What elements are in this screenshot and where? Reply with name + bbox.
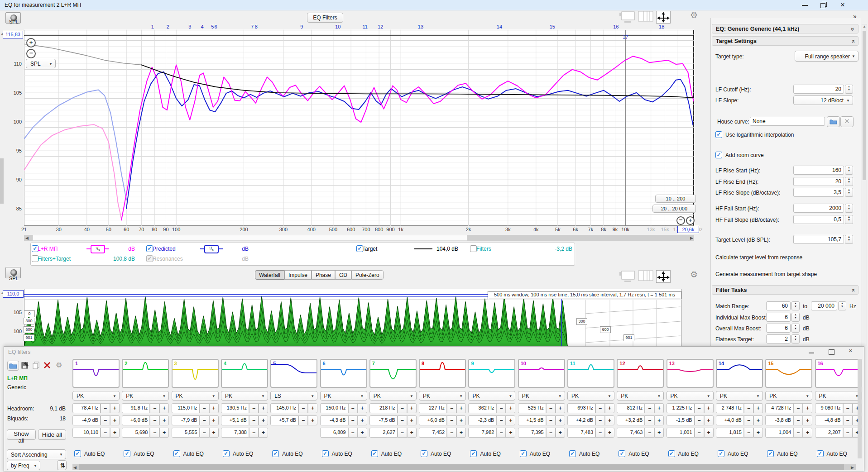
filter-7-gain-value[interactable]: -7,5 dB xyxy=(369,415,398,425)
target-settings-header[interactable]: Target Settings » xyxy=(712,36,858,46)
target-level-input[interactable]: 105,7 xyxy=(793,235,844,244)
decrement-button[interactable]: − xyxy=(496,428,506,438)
filter-3-gain-value[interactable]: -7,9 dB xyxy=(172,415,200,425)
filter-5-auto-eq-checkbox[interactable]: ✓ xyxy=(272,450,279,457)
ts-row-spinner[interactable]: ▲▼ xyxy=(845,166,853,175)
filter-10-frequency-value[interactable]: 525 Hz xyxy=(518,403,546,413)
decrement-button[interactable]: − xyxy=(200,403,209,413)
target-level-spinner[interactable]: ▲▼ xyxy=(845,235,853,244)
zoom-out-x-icon[interactable]: − xyxy=(676,216,685,225)
decrement-button[interactable]: − xyxy=(744,428,753,438)
filter-16-type-select[interactable]: PK▼ xyxy=(815,391,862,400)
increment-button[interactable]: + xyxy=(803,403,812,413)
increment-button[interactable]: + xyxy=(308,415,317,425)
increment-button[interactable]: + xyxy=(259,415,268,425)
filter-1-auto-eq-checkbox[interactable]: ✓ xyxy=(74,450,81,457)
increment-button[interactable]: + xyxy=(159,403,169,413)
filter-8-thumbnail[interactable]: 8 xyxy=(419,359,466,388)
filter-12-frequency-value[interactable]: 812 Hz xyxy=(617,403,645,413)
filter-6-gain-value[interactable]: -4,3 dB xyxy=(320,415,348,425)
increment-button[interactable]: + xyxy=(803,428,812,438)
filter-5-gain-value[interactable]: +5,7 dB xyxy=(270,415,298,425)
filter-13-gain-value[interactable]: -1,5 dB xyxy=(667,415,695,425)
ts-row-input[interactable]: 20 xyxy=(793,177,844,186)
filter-13-auto-eq-checkbox[interactable]: ✓ xyxy=(668,450,675,457)
tab-impulse[interactable]: Impulse xyxy=(284,270,312,280)
filter-9-auto-eq-checkbox[interactable]: ✓ xyxy=(470,450,477,457)
legend-checkbox-filters[interactable] xyxy=(470,245,477,252)
decrement-button[interactable]: − xyxy=(101,415,110,425)
filter-5-thumbnail[interactable]: 5 xyxy=(270,359,317,388)
ft-row-input[interactable]: 6 xyxy=(766,324,791,333)
ts-row-input[interactable]: 3,5 xyxy=(793,188,844,197)
close-button[interactable]: × xyxy=(835,0,850,10)
scroll-right-icon[interactable]: ▶ xyxy=(851,465,854,470)
increment-button[interactable]: + xyxy=(654,415,664,425)
decrement-button[interactable]: − xyxy=(249,403,259,413)
filter-15-type-select[interactable]: PK▼ xyxy=(765,391,812,400)
copy-filters-icon[interactable] xyxy=(33,362,40,369)
decrement-button[interactable]: − xyxy=(645,403,654,413)
filter-1-frequency-value[interactable]: 78,4 Hz xyxy=(72,403,101,413)
filter-settings-gear-icon[interactable]: ⚙ xyxy=(56,361,62,369)
pane-layout-icon[interactable] xyxy=(638,11,653,22)
increment-button[interactable]: + xyxy=(506,403,515,413)
filter-16-auto-eq-checkbox[interactable]: ✓ xyxy=(817,450,824,457)
tab-pole-zero[interactable]: Pole-Zero xyxy=(351,270,384,280)
lf-slope-select[interactable]: 12 dB/oct▼ xyxy=(793,95,853,105)
pan-arrows-icon[interactable] xyxy=(656,11,671,24)
thumbnail-view-icon[interactable] xyxy=(619,270,635,282)
ts-row-input[interactable]: 160 xyxy=(793,166,844,175)
ft-row-input[interactable]: 2 xyxy=(766,334,791,343)
decrement-button[interactable]: − xyxy=(101,428,110,438)
filter-3-type-select[interactable]: PK▼ xyxy=(172,391,219,400)
increment-button[interactable]: + xyxy=(259,428,268,438)
filter-9-gain-value[interactable]: -2,3 dB xyxy=(468,415,496,425)
sort-by-select[interactable]: by Freq▼ xyxy=(7,461,40,470)
filter-1-thumbnail[interactable]: 1 xyxy=(72,359,120,388)
filter-3-q-value[interactable]: 5,555 xyxy=(172,428,200,438)
eq-window-minimize-icon[interactable] xyxy=(809,353,814,353)
filter-3-frequency-value[interactable]: 115,0 Hz xyxy=(172,403,200,413)
filter-2-type-select[interactable]: PK▼ xyxy=(122,391,169,400)
filter-14-thumbnail[interactable]: 14 xyxy=(716,359,763,388)
increment-button[interactable]: + xyxy=(209,403,219,413)
filter-6-thumbnail[interactable]: 6 xyxy=(320,359,367,388)
decrement-button[interactable]: − xyxy=(595,415,605,425)
scroll-right-icon[interactable]: ▶ xyxy=(690,236,693,240)
decrement-button[interactable]: − xyxy=(645,428,654,438)
increment-button[interactable]: + xyxy=(753,403,763,413)
filter-6-auto-eq-checkbox[interactable]: ✓ xyxy=(322,450,329,457)
increment-button[interactable]: + xyxy=(654,403,664,413)
increment-button[interactable]: + xyxy=(506,415,515,425)
sort-mode-select[interactable]: Sort Ascending▼ xyxy=(7,449,66,459)
filter-2-thumbnail[interactable]: 2 xyxy=(122,359,169,388)
axis-quantity-select[interactable]: SPL▼ xyxy=(26,59,56,68)
match-range-from-spinner[interactable]: ▲▼ xyxy=(791,301,800,310)
eq-filters-button[interactable]: EQ Filters xyxy=(307,13,343,23)
filter-11-thumbnail[interactable]: 11 xyxy=(567,359,614,388)
clear-house-curve-button[interactable]: ✕ xyxy=(840,116,854,127)
filter-10-thumbnail[interactable]: 10 xyxy=(518,359,565,388)
increment-button[interactable]: + xyxy=(704,403,714,413)
decrement-button[interactable]: − xyxy=(546,428,556,438)
decrement-button[interactable]: − xyxy=(843,428,853,438)
graph-settings-gear-icon[interactable]: ⚙ xyxy=(690,10,698,20)
filter-9-q-value[interactable]: 7,982 xyxy=(468,428,496,438)
filter-14-q-value[interactable]: 1,815 xyxy=(716,428,744,438)
filter-6-frequency-value[interactable]: 150,0 Hz xyxy=(320,403,348,413)
ts-row-input[interactable]: 2000 xyxy=(793,204,844,213)
eq-window-vscrollbar[interactable] xyxy=(858,359,862,458)
ts-row-spinner[interactable]: ▲▼ xyxy=(845,215,853,224)
filter-15-gain-value[interactable]: -3,8 dB xyxy=(765,415,793,425)
range-10-200-button[interactable]: 10 .. 200 xyxy=(655,195,696,203)
filter-4-q-value[interactable]: 7,388 xyxy=(221,428,249,438)
filter-12-type-select[interactable]: PK▼ xyxy=(617,391,664,400)
add-room-curve-checkbox[interactable]: ✓ xyxy=(715,152,722,158)
increment-button[interactable]: + xyxy=(556,428,565,438)
increment-button[interactable]: + xyxy=(358,415,367,425)
filter-4-gain-value[interactable]: +5,1 dB xyxy=(221,415,249,425)
decrement-button[interactable]: − xyxy=(298,415,308,425)
hide-all-button[interactable]: Hide all xyxy=(38,429,66,440)
scrollbar-thumb[interactable] xyxy=(33,235,467,241)
